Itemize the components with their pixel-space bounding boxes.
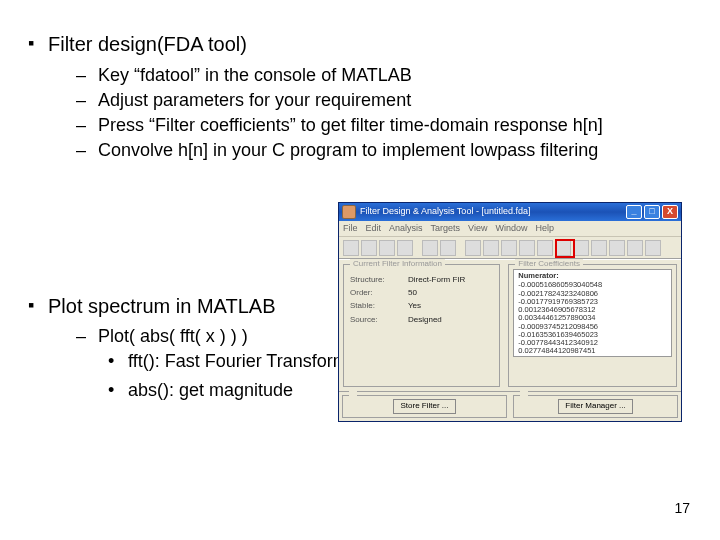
menu-analysis[interactable]: Analysis [389, 223, 423, 235]
app-icon [342, 205, 356, 219]
heading-text: Plot spectrum in MATLAB [48, 294, 275, 320]
fdatool-window: Filter Design & Analysis Tool - [untitle… [338, 202, 682, 422]
coefficients-listbox[interactable]: Numerator: -0.000516860593040548 -0.0021… [513, 269, 672, 357]
toolbar-button[interactable] [609, 240, 625, 256]
toolbar [339, 237, 681, 259]
page-number: 17 [674, 500, 690, 518]
toolbar-button[interactable] [465, 240, 481, 256]
toolbar-button[interactable] [379, 240, 395, 256]
dash-icon: – [76, 89, 98, 112]
toolbar-button[interactable] [483, 240, 499, 256]
list-item: – Adjust parameters for your requirement [76, 89, 700, 112]
store-filter-button[interactable]: Store Filter ... [393, 399, 455, 413]
toolbar-button[interactable] [537, 240, 553, 256]
panel-filter-coefficients: Filter Coefficients Numerator: -0.000516… [508, 264, 677, 387]
menu-bar: File Edit Analysis Targets View Window H… [339, 221, 681, 237]
minimize-button[interactable]: _ [626, 205, 642, 219]
list-item: – Convolve h[n] in your C program to imp… [76, 139, 700, 162]
close-button[interactable]: X [662, 205, 678, 219]
panel-title: Current Filter Information [350, 259, 445, 269]
toolbar-button[interactable] [627, 240, 643, 256]
filter-coefficients-highlight [555, 239, 575, 258]
dash-icon: – [76, 64, 98, 87]
panel-current-filter-info: Current Filter Information Structure:Dir… [343, 264, 500, 387]
panel-title: Filter Coefficients [515, 259, 583, 269]
toolbar-button[interactable] [422, 240, 438, 256]
heading-filter-design: ▪ Filter design(FDA tool) [28, 32, 700, 58]
window-titlebar: Filter Design & Analysis Tool - [untitle… [339, 203, 681, 221]
toolbar-button[interactable] [645, 240, 661, 256]
filter-manager-button[interactable]: Filter Manager ... [558, 399, 632, 413]
bottom-bar: Store Filter ... Filter Manager ... [339, 391, 681, 421]
dot-bullet-icon: • [108, 379, 128, 402]
menu-targets[interactable]: Targets [431, 223, 461, 235]
toolbar-button[interactable] [440, 240, 456, 256]
toolbar-button[interactable] [591, 240, 607, 256]
dash-icon: – [76, 114, 98, 137]
toolbar-button[interactable] [501, 240, 517, 256]
square-bullet-icon: ▪ [28, 32, 48, 58]
list-item: – Press “Filter coefficients” to get fil… [76, 114, 700, 137]
menu-view[interactable]: View [468, 223, 487, 235]
list-item: – Key “fdatool” in the console of MATLAB [76, 64, 700, 87]
menu-edit[interactable]: Edit [366, 223, 382, 235]
maximize-button[interactable]: □ [644, 205, 660, 219]
menu-help[interactable]: Help [535, 223, 554, 235]
dash-icon: – [76, 139, 98, 162]
heading-text: Filter design(FDA tool) [48, 32, 247, 58]
square-bullet-icon: ▪ [28, 294, 48, 320]
dot-bullet-icon: • [108, 350, 128, 377]
toolbar-button[interactable] [519, 240, 535, 256]
toolbar-button[interactable] [343, 240, 359, 256]
menu-window[interactable]: Window [495, 223, 527, 235]
window-title: Filter Design & Analysis Tool - [untitle… [360, 206, 626, 218]
toolbar-button[interactable] [573, 240, 589, 256]
menu-file[interactable]: File [343, 223, 358, 235]
toolbar-button[interactable] [397, 240, 413, 256]
dash-icon: – [76, 325, 98, 348]
toolbar-button[interactable] [361, 240, 377, 256]
